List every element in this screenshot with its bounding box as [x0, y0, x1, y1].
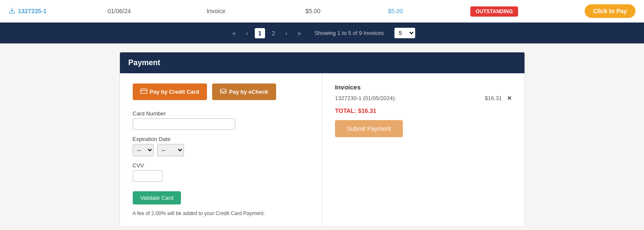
pay-credit-card-label: Pay by Credit Card	[150, 89, 199, 95]
fee-note: A fee of 2.00% will be added to your Cre…	[133, 210, 309, 216]
summary-invoice-amount-row: $16.31 ✕	[485, 95, 511, 101]
payment-form-section: Pay by Credit Card Pay by eCheck Card Nu…	[120, 73, 323, 227]
prev-page-button[interactable]: ‹	[242, 28, 251, 38]
summary-invoice-amount: $16.31	[485, 95, 502, 101]
cvv-input[interactable]	[133, 170, 163, 182]
credit-card-icon	[140, 88, 147, 96]
download-icon[interactable]	[9, 7, 15, 15]
payment-summary-section: Invoices 1327230-1 (01/05/2024): $16.31 …	[322, 73, 525, 227]
cvv-label: CVV	[133, 162, 309, 169]
last-page-button[interactable]: »	[294, 28, 304, 38]
payment-body: Pay by Credit Card Pay by eCheck Card Nu…	[120, 73, 525, 227]
summary-invoice-id: 1327230-1 (01/05/2024):	[335, 95, 396, 101]
pagination-showing-text: Showing 1 to 5 of 9 Invoices	[315, 30, 384, 36]
invoice-balance: $5.00	[388, 8, 470, 14]
pay-by-echeck-button[interactable]: Pay by eCheck	[212, 83, 276, 100]
svg-rect-1	[140, 89, 147, 94]
invoice-id-col: 1327235-1	[9, 7, 108, 15]
validate-card-button[interactable]: Validate Card	[133, 191, 181, 204]
invoice-row: 1327235-1 01/06/24 Invoice $5.00 $5.00 O…	[0, 0, 644, 23]
invoice-status: OUTSTANDING	[470, 8, 553, 14]
invoice-action-col: Click to Pay	[553, 4, 635, 18]
invoices-label: Invoices	[335, 83, 512, 91]
invoice-type: Invoice	[207, 8, 306, 14]
echeck-icon	[220, 88, 227, 96]
invoice-date: 01/06/24	[108, 8, 207, 14]
click-to-pay-button[interactable]: Click to Pay	[585, 4, 635, 18]
submit-payment-button[interactable]: Submit Payment	[335, 120, 403, 137]
expiry-label: Expiration Date	[133, 136, 309, 142]
expiry-month-select[interactable]: -- 010203 040506 070809 101112	[133, 144, 154, 156]
page-2-button[interactable]: 2	[268, 28, 279, 38]
pagination-bar: « ‹ 1 2 › » Showing 1 to 5 of 9 Invoices…	[0, 23, 644, 43]
next-page-button[interactable]: ›	[282, 28, 291, 38]
total-line: TOTAL: $16.31	[335, 107, 512, 114]
invoice-id: 1327235-1	[18, 8, 47, 14]
per-page-select[interactable]: 5 10 25	[394, 28, 415, 38]
card-number-input[interactable]	[133, 118, 235, 130]
pay-echeck-label: Pay by eCheck	[229, 89, 268, 95]
payment-header: Payment	[120, 52, 525, 73]
payment-title: Payment	[128, 58, 160, 67]
expiry-year-select[interactable]: -- 202420252026 202720282029	[157, 144, 184, 156]
card-number-group: Card Number	[133, 110, 309, 130]
remove-invoice-button[interactable]: ✕	[507, 95, 512, 101]
page-1-button[interactable]: 1	[255, 28, 265, 38]
payment-methods: Pay by Credit Card Pay by eCheck	[133, 83, 309, 100]
pay-by-credit-card-button[interactable]: Pay by Credit Card	[133, 83, 207, 100]
first-page-button[interactable]: «	[229, 28, 239, 38]
expiry-row: -- 010203 040506 070809 101112 -- 202420…	[133, 144, 309, 156]
summary-invoice-line: 1327230-1 (01/05/2024): $16.31 ✕	[335, 95, 512, 101]
expiry-group: Expiration Date -- 010203 040506 070809 …	[133, 136, 309, 156]
card-number-label: Card Number	[133, 110, 309, 117]
invoice-amount: $5.00	[306, 8, 388, 14]
payment-section: Payment Pay by Credit Card	[119, 52, 525, 227]
cvv-group: CVV	[133, 162, 309, 182]
status-badge: OUTSTANDING	[470, 6, 518, 17]
